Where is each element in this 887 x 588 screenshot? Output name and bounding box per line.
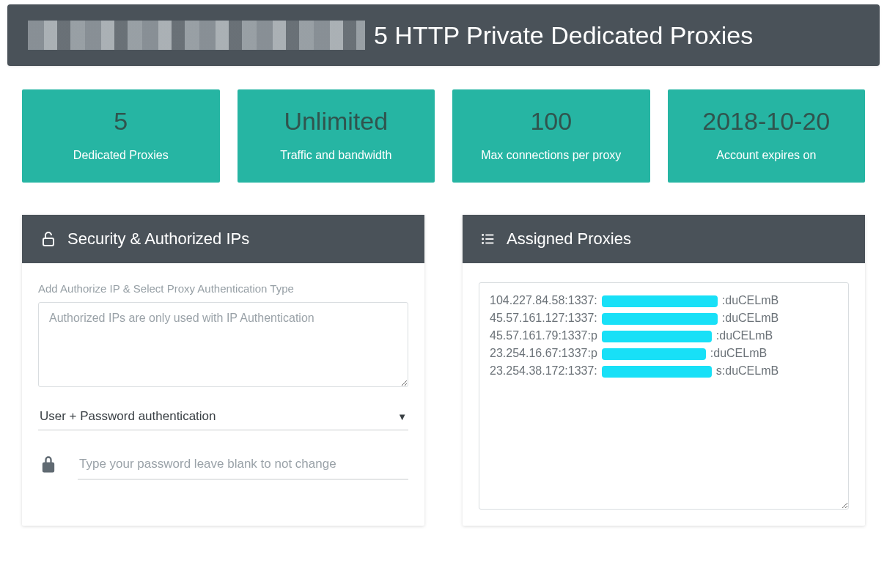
proxy-line-prefix: 23.254.16.67:1337:p	[490, 347, 597, 359]
assigned-proxies-header: Assigned Proxies	[463, 215, 865, 263]
proxy-line-suffix: s:duCELmB	[716, 364, 779, 377]
stats-row: 5 Dedicated Proxies Unlimited Traffic an…	[22, 89, 865, 183]
stat-value: 100	[460, 107, 643, 136]
svg-rect-0	[43, 238, 54, 246]
lock-open-icon	[40, 230, 57, 248]
stat-label: Dedicated Proxies	[29, 149, 213, 162]
proxy-line-prefix: 104.227.84.58:1337:	[490, 294, 597, 306]
redacted-segment	[602, 348, 706, 360]
proxy-line-prefix: 45.57.161.127:1337:	[490, 312, 597, 324]
stat-card-max-connections: 100 Max connections per proxy	[452, 89, 650, 183]
password-row	[38, 449, 408, 479]
proxy-line: 23.254.38.172:1337:s:duCELmB	[490, 362, 838, 380]
auth-type-value: User + Password authentication	[40, 409, 216, 424]
list-icon	[480, 231, 496, 247]
stat-value: 5	[29, 107, 213, 136]
proxy-line: 23.254.16.67:1337:p:duCELmB	[490, 345, 838, 362]
svg-rect-6	[485, 243, 493, 244]
svg-rect-4	[485, 238, 493, 240]
stat-label: Traffic and bandwidth	[245, 149, 428, 162]
security-panel-header: Security & Authorized IPs	[22, 215, 424, 263]
proxy-line-suffix: :duCELmB	[722, 294, 779, 306]
page-title-bar: 5 HTTP Private Dedicated Proxies	[7, 4, 880, 66]
proxy-line: 45.57.161.79:1337:p:duCELmB	[490, 327, 838, 345]
proxy-line-prefix: 23.254.38.172:1337:	[490, 364, 597, 377]
assigned-proxies-panel: Assigned Proxies 104.227.84.58:1337::duC…	[463, 215, 865, 526]
svg-rect-2	[485, 235, 493, 236]
authorize-ip-label: Add Authorize IP & Select Proxy Authenti…	[38, 282, 408, 295]
proxy-line-prefix: 45.57.161.79:1337:p	[490, 329, 597, 342]
proxy-line: 45.57.161.127:1337::duCELmB	[490, 309, 838, 327]
proxy-line-suffix: :duCELmB	[716, 329, 773, 342]
svg-point-3	[482, 238, 484, 240]
lock-icon	[38, 455, 59, 475]
svg-point-5	[482, 242, 484, 244]
assigned-proxies-title: Assigned Proxies	[507, 229, 631, 249]
redacted-header-segment	[28, 21, 365, 50]
security-panel: Security & Authorized IPs Add Authorize …	[22, 215, 424, 526]
stat-label: Account expires on	[675, 149, 858, 162]
proxy-line-suffix: :duCELmB	[722, 312, 779, 324]
redacted-segment	[602, 295, 718, 307]
stat-card-dedicated-proxies: 5 Dedicated Proxies	[22, 89, 220, 183]
stat-value: 2018-10-20	[675, 107, 858, 136]
panels-row: Security & Authorized IPs Add Authorize …	[22, 215, 865, 526]
assigned-proxies-body: 104.227.84.58:1337::duCELmB45.57.161.127…	[463, 263, 865, 526]
svg-point-1	[482, 234, 484, 236]
authorized-ips-textarea[interactable]	[38, 302, 408, 387]
stat-card-account-expires: 2018-10-20 Account expires on	[668, 89, 866, 183]
stat-card-traffic: Unlimited Traffic and bandwidth	[238, 89, 435, 183]
security-panel-title: Security & Authorized IPs	[67, 229, 249, 249]
page-title: 5 HTTP Private Dedicated Proxies	[374, 21, 753, 50]
chevron-down-icon: ▼	[397, 411, 407, 422]
assigned-proxies-textarea[interactable]: 104.227.84.58:1337::duCELmB45.57.161.127…	[479, 282, 849, 510]
stat-label: Max connections per proxy	[460, 149, 643, 162]
redacted-segment	[602, 313, 718, 325]
proxy-line: 104.227.84.58:1337::duCELmB	[490, 292, 838, 309]
auth-type-select[interactable]: User + Password authentication ▼	[38, 403, 408, 430]
redacted-segment	[602, 331, 712, 342]
redacted-segment	[602, 366, 712, 378]
password-input[interactable]	[78, 449, 408, 479]
proxy-line-suffix: :duCELmB	[710, 347, 767, 359]
stat-value: Unlimited	[245, 107, 428, 136]
security-panel-body: Add Authorize IP & Select Proxy Authenti…	[22, 263, 424, 526]
